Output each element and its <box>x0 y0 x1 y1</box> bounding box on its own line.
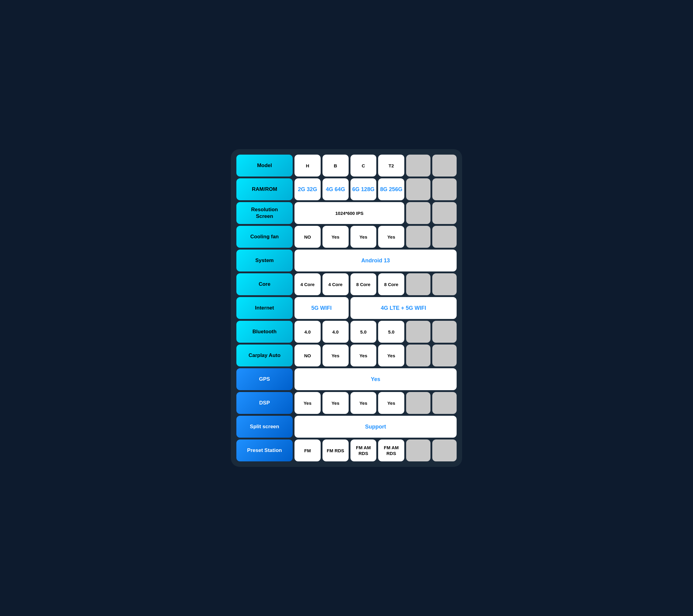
ramrom-2g32g: 2G 32G <box>295 178 321 200</box>
core-extra2 <box>432 273 457 295</box>
label-resolution: ResolutionScreen <box>236 202 293 224</box>
preset-extra1 <box>406 440 431 461</box>
ramrom-4g64g: 4G 64G <box>322 178 349 200</box>
label-ramrom: RAM/ROM <box>236 178 293 200</box>
preset-extra2 <box>432 440 457 461</box>
bluetooth-h: 4.0 <box>295 321 321 343</box>
carplay-h: NO <box>295 345 321 366</box>
core-extra1 <box>406 273 431 295</box>
bluetooth-b: 4.0 <box>322 321 349 343</box>
bluetooth-t2: 5.0 <box>378 321 404 343</box>
ramrom-8g256g: 8G 256G <box>378 178 404 200</box>
core-h: 4 Core <box>295 273 321 295</box>
carplay-t2: Yes <box>378 345 404 366</box>
comparison-grid: Model H B C T2 RAM/ROM 2G 32G 4G 64G 6G … <box>236 155 457 461</box>
system-value: Android 13 <box>295 250 457 271</box>
carplay-extra2 <box>432 345 457 366</box>
label-cooling: Cooling fan <box>236 226 293 248</box>
dsp-extra1 <box>406 392 431 414</box>
bluetooth-extra1 <box>406 321 431 343</box>
label-model: Model <box>236 155 293 176</box>
ramrom-6g128g: 6G 128G <box>351 178 377 200</box>
cooling-t2: Yes <box>378 226 404 248</box>
label-carplay: Carplay Auto <box>236 345 293 366</box>
model-h: H <box>295 155 321 176</box>
label-gps: GPS <box>236 368 293 390</box>
ramrom-extra2 <box>432 178 457 200</box>
carplay-b: Yes <box>322 345 349 366</box>
bluetooth-c: 5.0 <box>351 321 377 343</box>
internet-c-t2: 4G LTE + 5G WIFI <box>351 297 457 319</box>
resolution-extra2 <box>432 202 457 224</box>
model-extra1 <box>406 155 431 176</box>
dsp-b: Yes <box>322 392 349 414</box>
resolution-value: 1024*600 IPS <box>295 202 404 224</box>
internet-h-b: 5G WIFI <box>295 297 349 319</box>
bluetooth-extra2 <box>432 321 457 343</box>
cooling-b: Yes <box>322 226 349 248</box>
model-t2: T2 <box>378 155 404 176</box>
label-core: Core <box>236 273 293 295</box>
carplay-extra1 <box>406 345 431 366</box>
dsp-h: Yes <box>295 392 321 414</box>
core-c: 8 Core <box>351 273 377 295</box>
label-bluetooth: Bluetooth <box>236 321 293 343</box>
model-extra2 <box>432 155 457 176</box>
core-b: 4 Core <box>322 273 349 295</box>
core-t2: 8 Core <box>378 273 404 295</box>
split-value: Support <box>295 416 457 438</box>
gps-value: Yes <box>295 368 457 390</box>
carplay-c: Yes <box>351 345 377 366</box>
ramrom-extra1 <box>406 178 431 200</box>
dsp-extra2 <box>432 392 457 414</box>
main-container: Model H B C T2 RAM/ROM 2G 32G 4G 64G 6G … <box>231 149 462 467</box>
preset-b: FM RDS <box>322 440 349 461</box>
label-internet: Internet <box>236 297 293 319</box>
resolution-extra1 <box>406 202 431 224</box>
model-c: C <box>351 155 377 176</box>
label-system: System <box>236 250 293 271</box>
cooling-extra1 <box>406 226 431 248</box>
label-split: Split screen <box>236 416 293 438</box>
dsp-c: Yes <box>351 392 377 414</box>
preset-t2: FM AMRDS <box>378 440 404 461</box>
preset-c: FM AMRDS <box>351 440 377 461</box>
cooling-extra2 <box>432 226 457 248</box>
dsp-t2: Yes <box>378 392 404 414</box>
label-dsp: DSP <box>236 392 293 414</box>
model-b: B <box>322 155 349 176</box>
cooling-h: NO <box>295 226 321 248</box>
label-preset: Preset Station <box>236 440 293 461</box>
cooling-c: Yes <box>351 226 377 248</box>
preset-h: FM <box>295 440 321 461</box>
